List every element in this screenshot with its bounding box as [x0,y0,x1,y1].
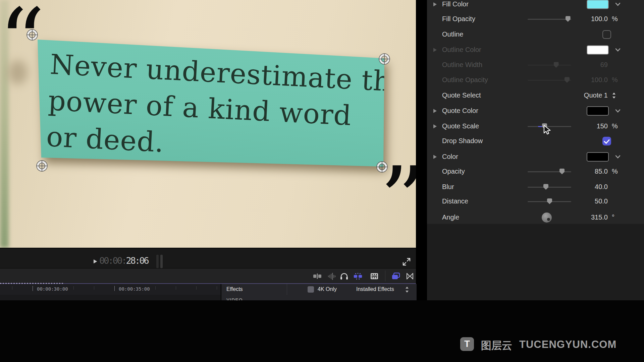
slider-track[interactable] [528,187,571,188]
selection-handle-top-right[interactable] [378,53,390,65]
timeline-track-area[interactable] [0,295,221,300]
slider-thumb[interactable] [547,198,552,204]
audio-waveform-icon[interactable] [327,272,337,281]
ruler-minor-tick [176,286,176,290]
parameter-unit: ° [612,214,625,221]
color-well[interactable] [587,152,609,162]
inspector-row-color: Color [427,149,644,165]
parameter-unit: % [612,15,625,23]
inspector-row-outline-color: Outline Color [427,42,644,58]
toolbar-divider [385,270,385,282]
timecode-display[interactable]: 00:00:28:06 [99,255,148,266]
parameter-label: Quote Scale [442,122,479,130]
chevron-down-icon[interactable] [615,2,621,8]
bottom-letterbox [0,300,644,362]
parameter-label: Outline [442,31,463,38]
ruler-minor-tick [94,286,94,290]
ruler-minor-tick [12,286,12,290]
parameter-value[interactable]: 315.0 [568,214,608,221]
slider-track[interactable] [528,171,571,172]
inspector-row-quote-scale: Quote Scale150% [427,119,644,134]
selection-handle-bottom-right[interactable] [376,161,388,173]
effects-header-divider [287,284,287,295]
ruler-major-tick [114,286,115,291]
parameter-label: Quote Select [442,92,481,99]
effects-browser-title: Effects [226,286,243,292]
parameter-value[interactable]: 150 [568,122,608,130]
inspector-row-opacity: Opacity85.0% [427,164,644,179]
parameter-label: Drop Shadow [442,137,483,145]
inspector-row-quote-select: Quote SelectQuote 1 [427,88,644,103]
parameter-label: Quote Color [442,107,478,115]
clip-appearance-icon[interactable] [369,272,379,281]
parameter-value[interactable]: 50.0 [568,197,608,205]
ruler-minor-tick [217,286,217,290]
parameter-value[interactable]: 40.0 [568,183,608,191]
disclosure-triangle-icon[interactable] [433,109,437,113]
popup-stepper-icon[interactable] [612,92,616,101]
unchecked-checkbox[interactable] [602,30,611,39]
chevron-down-icon[interactable] [615,108,621,114]
slider-track[interactable] [528,19,571,20]
audio-meter-right [160,255,163,268]
timecode-prefix: 00:00: [99,255,126,266]
effects-browser: Effects 4K Only Installed Effects VIDEO [221,284,417,300]
color-well[interactable] [587,106,609,116]
ruler-minor-tick [73,286,74,290]
viewer-toolbar [0,268,416,284]
selection-handle-bottom-left[interactable] [36,160,48,172]
effects-category-video[interactable]: VIDEO [226,297,243,300]
app-window: Never underestimate the power of a kind … [0,0,644,362]
disclosure-triangle-icon[interactable] [433,2,437,6]
parameter-unit: % [612,122,625,130]
open-quote-mark: “ [0,0,45,87]
parameter-label: Opacity [442,168,465,175]
chevron-down-icon[interactable] [615,154,621,160]
chevron-down-icon[interactable] [615,47,621,53]
slider-thumb[interactable] [543,184,548,190]
inspector-row-drop-shadow: Drop Shadow [427,133,644,149]
color-well[interactable] [587,45,609,55]
inspector-row-angle: Angle315.0° [427,210,644,225]
installed-effects-stepper-icon[interactable] [405,286,409,295]
inspector-row-quote-color: Quote Color [427,103,644,119]
mouse-cursor [543,125,551,137]
transport-bar: 00:00:28:06 [0,248,416,269]
selection-handle-top-left[interactable] [26,29,38,41]
trim-icon[interactable] [312,272,322,281]
expand-viewer-icon[interactable] [402,257,411,268]
4k-only-checkbox[interactable] [308,286,314,293]
timeline-ruler[interactable]: 00:00:30:0000:00:35:00 [0,284,221,295]
disclosure-triangle-icon[interactable] [433,155,437,159]
slider-thumb[interactable] [559,169,565,174]
disclosure-triangle-icon[interactable] [433,124,437,128]
ruler-timecode-label: 00:00:35:00 [119,286,150,292]
checked-checkbox[interactable] [602,137,611,145]
inspector-row-outline-width: Outline Width69 [427,57,644,73]
parameter-label: Distance [442,197,468,205]
4k-only-label: 4K Only [318,286,337,292]
parameter-label: Outline Opacity [442,76,488,84]
watermark-brand-cn: 图层云 [481,339,512,353]
parameter-value[interactable]: 85.0 [568,168,608,175]
inspector-row-fill-color: Fill Color [427,0,644,12]
parameter-value[interactable]: 100.0 [568,76,608,84]
parameter-value[interactable]: 100.0 [568,15,608,23]
disclosure-triangle-icon[interactable] [433,48,437,52]
parameter-value[interactable]: 69 [568,61,608,69]
browser-toggle-icon[interactable] [391,272,401,281]
quote-card[interactable]: Never underestimate the power of a kind … [34,34,388,171]
timeline-index-icon[interactable] [405,272,415,281]
parameter-label: Color [442,153,458,161]
play-icon[interactable] [93,259,98,265]
slider-thumb[interactable] [554,62,559,68]
audio-meter-left [156,255,159,268]
popup-selected-value[interactable]: Quote 1 [568,92,608,99]
color-well[interactable] [587,0,609,9]
audio-skimming-icon[interactable] [353,272,363,281]
video-viewer-canvas[interactable]: Never underestimate the power of a kind … [0,0,416,248]
angle-dial[interactable] [542,213,552,223]
audio-monitor-icon[interactable] [339,272,349,281]
slider-track[interactable] [528,65,571,66]
installed-effects-dropdown[interactable]: Installed Effects [356,286,394,292]
